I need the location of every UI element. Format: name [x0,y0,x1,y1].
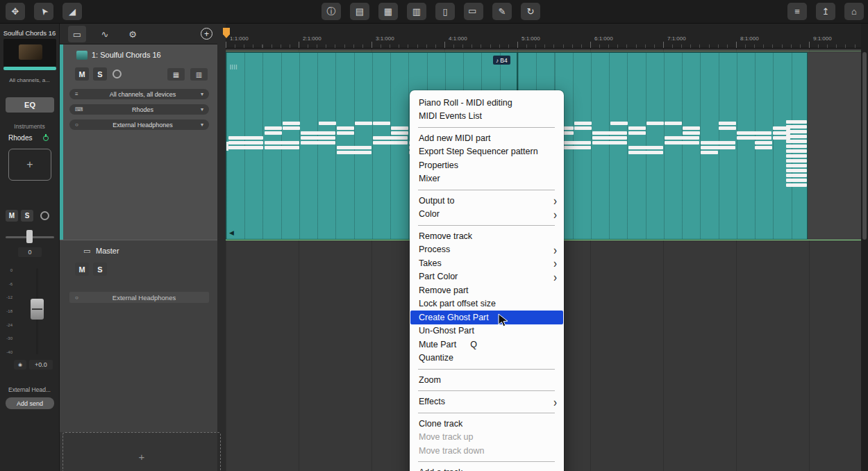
menu-item[interactable]: MIDI Events List [410,110,564,124]
add-track-area[interactable]: + [62,432,221,471]
track-solo-button[interactable]: S [93,67,107,81]
menu-item-label: Properties [419,160,458,170]
menu-item[interactable]: Add a track› [410,466,564,471]
master-output-select[interactable]: ○ External Headphones [69,292,209,303]
clip-volume-icon[interactable]: ◀ [229,230,234,236]
menu-item[interactable]: Export Step Sequencer pattern [410,145,564,159]
share-button[interactable]: ↥ [816,3,835,20]
sync-button[interactable]: ↻ [521,3,540,20]
add-effect-button[interactable]: + [8,149,51,181]
add-send-button[interactable]: Add send [6,397,54,409]
menu-item-label: MIDI Events List [419,111,482,121]
menu-item[interactable]: Takes› [410,256,564,270]
instrument-select[interactable]: ⌨ Rhodes ▾ [69,104,209,115]
piano-roll-icon: ▥ [412,7,421,16]
midi-note [265,126,282,130]
track-header-soulful-chords[interactable]: 1: Soulful Chords 16 M S ▦ ▥ ≡ All chann… [60,44,217,240]
output-circle-icon: ○ [75,295,85,301]
ruler-label: 4:1:000 [449,35,467,42]
menu-separator [418,369,555,370]
midi-note [786,140,807,143]
midi-note [786,169,807,172]
panel-splitter[interactable] [217,24,226,471]
menu-item[interactable]: Quantize [410,352,564,365]
solo-button[interactable]: S [21,210,33,222]
app-root: ✥➤◢ ⓘ▤▦▥▯▯✎↻ ≡↥⌂ Soulful Chords 16 All c… [0,0,868,471]
mixer-button[interactable]: ▤ [350,3,369,20]
mute-button[interactable]: M [6,210,18,222]
midi-note [786,154,807,158]
vertical-scrollbar[interactable] [861,24,868,471]
midi-note [319,122,336,125]
info-button[interactable]: ⓘ [322,3,341,20]
clip-resize-handle[interactable] [226,142,228,151]
menu-item[interactable]: Properties [410,158,564,172]
master-mute-button[interactable]: M [75,263,89,276]
fade-tool-button[interactable]: ◢ [62,3,82,20]
home-button[interactable]: ⌂ [844,3,864,20]
midi-note [628,126,646,130]
levels-button[interactable]: ≡ [787,3,807,20]
pan-slider-handle[interactable] [26,230,33,243]
automation-button[interactable]: ∿ [96,26,114,42]
piano-roll-button[interactable]: ▥ [407,3,426,20]
menu-item[interactable]: Add new MIDI part [410,131,564,145]
meter-icon[interactable]: ◉ [14,360,26,370]
menu-item[interactable]: Zoom [410,373,564,387]
instrument-name[interactable]: Rhodes [8,134,32,142]
draw-tool-icon: ✎ [499,7,506,16]
add-track-button[interactable]: + [201,28,212,40]
master-track-header[interactable]: ▭ Master M S ○ External Headphones [60,240,217,432]
volume-fader-handle[interactable] [31,299,44,320]
sync-icon: ↻ [527,7,535,16]
monitor-icon: ▭ [83,247,90,256]
track-mute-solo: M S [75,67,107,81]
piano-roll-button[interactable]: ▥ [190,68,208,81]
track-record-arm-button[interactable] [112,69,122,78]
menu-item[interactable]: Process› [410,243,564,257]
midi-note [786,174,807,177]
menu-item[interactable]: Piano Roll - MIDI editing [410,96,564,110]
settings-gear-button[interactable]: ⚙ [124,26,142,42]
menu-item[interactable]: Output to› [410,194,564,208]
move-tool-button[interactable]: ✥ [6,3,25,20]
menu-item[interactable]: Effects› [410,395,564,409]
step-sequencer-button[interactable]: ▦ [167,68,185,81]
gain-value[interactable]: +0.0 [29,360,53,370]
menu-item[interactable]: Remove track [410,229,564,243]
menu-item[interactable]: Part Color› [410,270,564,284]
menu-item[interactable]: Lock part offset size [410,297,564,311]
draw-tool-button[interactable]: ✎ [492,3,512,20]
pointer-tool-button[interactable]: ➤ [34,3,53,20]
midi-note [283,126,300,130]
menu-item-label: Remove track [419,231,472,241]
menu-item[interactable]: Clone track [410,417,564,431]
phone-landscape-button[interactable]: ▯ [464,3,483,20]
eq-button[interactable]: EQ [6,97,54,113]
step-grid-button[interactable]: ▦ [378,3,398,20]
monitor-button[interactable]: ▭ [68,26,86,42]
output-select[interactable]: ○ External Headphones ▾ [69,119,209,130]
input-select[interactable]: ≡ All channels, all devices ▾ [69,89,209,99]
menu-item[interactable]: Un-Ghost Part [410,324,564,338]
pan-value[interactable]: 0 [18,247,42,257]
master-solo-button[interactable]: S [93,263,107,276]
submenu-arrow-icon: › [553,395,557,408]
menu-item[interactable]: Mute PartQ [410,338,564,352]
menu-item[interactable]: Create Ghost Part [410,311,563,324]
clip-note-badge: ♪B4 [493,56,510,65]
menu-item-label: Takes [419,258,442,268]
track-mute-button[interactable]: M [75,67,89,81]
menu-item[interactable]: Mixer [410,172,564,186]
output-select-label: External Headphones [85,122,201,129]
menu-item[interactable]: Color› [410,208,564,222]
menu-item[interactable]: Remove part [410,283,564,297]
vertical-scrollbar-thumb[interactable] [862,52,867,240]
instrument-thumbnail[interactable] [3,39,56,67]
home-icon: ⌂ [851,7,857,16]
menu-item-label: Process [419,245,450,254]
record-arm-button[interactable] [40,211,49,220]
power-icon[interactable] [43,135,49,141]
phone-portrait-button[interactable]: ▯ [435,3,455,20]
timeline-ruler[interactable]: 1:1:0002:1:0003:1:0004:1:0005:1:0006:1:0… [226,24,861,49]
